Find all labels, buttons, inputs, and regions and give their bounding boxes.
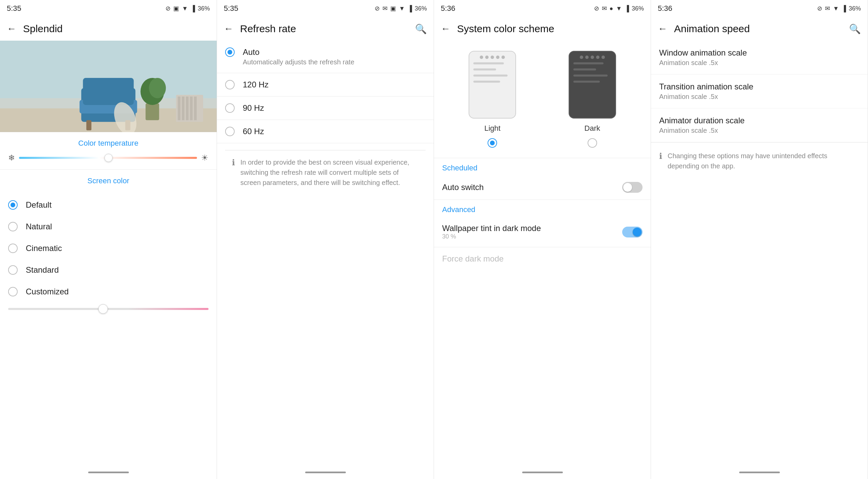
status-time-4: 5:36 xyxy=(658,4,672,13)
auto-switch-label: Auto switch xyxy=(442,183,484,192)
theme-dark-item[interactable]: Dark xyxy=(569,51,616,148)
top-bar-2: ← Refresh rate 🔍 xyxy=(217,17,434,41)
option-natural[interactable]: Natural xyxy=(0,216,217,237)
dark-label: Dark xyxy=(585,124,600,133)
battery-text-3: 36% xyxy=(632,5,644,12)
animator-duration-sub: Animation scale .5x xyxy=(659,127,860,134)
radio-120hz[interactable] xyxy=(225,80,235,89)
transition-anim-item[interactable]: Transition animation scale Animation sca… xyxy=(651,75,868,108)
anim-info-section: ℹ Changing these options may have uninte… xyxy=(651,143,868,179)
status-time-2: 5:35 xyxy=(224,4,238,13)
force-dark-row[interactable]: Force dark mode xyxy=(434,247,651,270)
window-anim-item[interactable]: Window animation scale Animation scale .… xyxy=(651,41,868,75)
nav-indicator-3 xyxy=(434,469,651,479)
label-default: Default xyxy=(26,200,52,210)
wallpaper-tint-sub: 30 % xyxy=(442,233,541,240)
temp-slider-row[interactable]: ❄ ☀ xyxy=(8,153,209,163)
radio-light[interactable] xyxy=(488,138,497,148)
animator-duration-title: Animator duration scale xyxy=(659,116,860,125)
theme-preview-row: Light xyxy=(434,41,651,158)
panel1-content: Color temperature ❄ ☀ Screen color Defau… xyxy=(0,41,217,469)
option-90hz[interactable]: 90 Hz xyxy=(217,97,434,120)
auto-switch-toggle[interactable] xyxy=(622,182,643,193)
svg-rect-17 xyxy=(190,97,193,120)
animator-duration-item[interactable]: Animator duration scale Animation scale … xyxy=(651,108,868,142)
status-bar-3: 5:36 ⊘ ✉ ● ▼ ▐ 36% xyxy=(434,0,651,17)
back-button-4[interactable]: ← xyxy=(658,23,667,34)
nav-bar-3 xyxy=(522,472,563,473)
hz60-text: 60 Hz xyxy=(243,127,264,136)
radio-natural[interactable] xyxy=(8,222,18,231)
bottom-slider-thumb[interactable] xyxy=(98,304,108,314)
dark-dot-4 xyxy=(596,56,599,59)
radio-default[interactable] xyxy=(8,200,18,210)
wallpaper-tint-label: Wallpaper tint in dark mode xyxy=(442,224,541,233)
option-cinematic[interactable]: Cinematic xyxy=(0,237,217,259)
temp-slider-thumb[interactable] xyxy=(104,154,113,162)
light-line-1 xyxy=(473,62,504,64)
radio-cinematic[interactable] xyxy=(8,244,18,253)
animation-content: Window animation scale Animation scale .… xyxy=(651,41,868,469)
wifi-icon-2: ▼ xyxy=(399,5,405,12)
option-default[interactable]: Default xyxy=(0,194,217,216)
dot-icon-3: ● xyxy=(610,5,613,12)
wallpaper-tint-toggle[interactable] xyxy=(622,227,643,237)
signal-icon-4: ▐ xyxy=(842,5,846,12)
page-title-4: Animation speed xyxy=(674,23,842,35)
option-auto[interactable]: Auto Automatically adjusts the refresh r… xyxy=(217,41,434,73)
refresh-rate-content: Auto Automatically adjusts the refresh r… xyxy=(217,41,434,469)
nav-indicator-4 xyxy=(651,469,868,479)
advanced-header: Advanced xyxy=(434,200,651,217)
panel-refresh-rate: 5:35 ⊘ ✉ ▣ ▼ ▐ 36% ← Refresh rate 🔍 Auto… xyxy=(217,0,434,479)
light-dot-3 xyxy=(491,56,494,59)
status-icons-4: ⊘ ✉ ▼ ▐ 36% xyxy=(817,5,861,12)
radio-auto[interactable] xyxy=(225,47,235,57)
dnd-icon-2: ⊘ xyxy=(375,5,380,12)
option-60hz[interactable]: 60 Hz xyxy=(217,120,434,143)
status-bar-2: 5:35 ⊘ ✉ ▣ ▼ ▐ 36% xyxy=(217,0,434,17)
transition-anim-sub: Animation scale .5x xyxy=(659,93,860,101)
theme-light-item[interactable]: Light xyxy=(469,51,516,148)
light-dots xyxy=(473,56,511,59)
radio-customized[interactable] xyxy=(8,287,18,296)
auto-text: Auto Automatically adjusts the refresh r… xyxy=(243,47,354,66)
nav-bar-4 xyxy=(739,472,780,473)
info-icon-4: ℹ xyxy=(659,151,662,161)
back-button-3[interactable]: ← xyxy=(441,23,450,34)
label-standard: Standard xyxy=(26,265,59,275)
dark-dots xyxy=(573,56,611,59)
info-section-2: ℹ In order to provide the best on screen… xyxy=(225,150,426,194)
option-standard[interactable]: Standard xyxy=(0,259,217,281)
radio-60hz[interactable] xyxy=(225,127,235,136)
window-anim-title: Window animation scale xyxy=(659,48,860,58)
cold-icon: ❄ xyxy=(8,153,15,163)
search-button-2[interactable]: 🔍 xyxy=(415,23,427,35)
svg-rect-6 xyxy=(83,78,134,105)
dark-line-4 xyxy=(573,81,600,83)
signal-icon-2: ▐ xyxy=(408,5,412,12)
dark-phone-mock xyxy=(569,51,616,119)
radio-90hz[interactable] xyxy=(225,103,235,113)
svg-rect-15 xyxy=(182,97,184,120)
wallpaper-tint-col: Wallpaper tint in dark mode 30 % xyxy=(442,224,541,240)
hz90-text: 90 Hz xyxy=(243,103,264,113)
panel-animation-speed: 5:36 ⊘ ✉ ▼ ▐ 36% ← Animation speed 🔍 Win… xyxy=(651,0,868,479)
status-icons-3: ⊘ ✉ ● ▼ ▐ 36% xyxy=(594,5,644,12)
top-bar-1: ← Splendid xyxy=(0,17,217,41)
back-button-2[interactable]: ← xyxy=(224,23,233,34)
temp-slider-track[interactable] xyxy=(19,157,197,159)
bottom-slider-section[interactable] xyxy=(0,303,217,315)
svg-rect-18 xyxy=(194,97,197,120)
back-button-1[interactable]: ← xyxy=(7,23,16,34)
option-120hz[interactable]: 120 Hz xyxy=(217,73,434,96)
auto-switch-row: Auto switch xyxy=(434,175,651,200)
radio-standard[interactable] xyxy=(8,265,18,275)
wifi-icon-3: ▼ xyxy=(616,5,622,12)
wifi-icon: ▼ xyxy=(182,5,188,12)
dnd-icon-4: ⊘ xyxy=(817,5,822,12)
option-customized[interactable]: Customized xyxy=(0,281,217,303)
label-natural: Natural xyxy=(26,222,52,231)
bottom-slider-track[interactable] xyxy=(8,308,209,310)
radio-dark[interactable] xyxy=(588,138,597,148)
search-button-4[interactable]: 🔍 xyxy=(849,23,861,35)
